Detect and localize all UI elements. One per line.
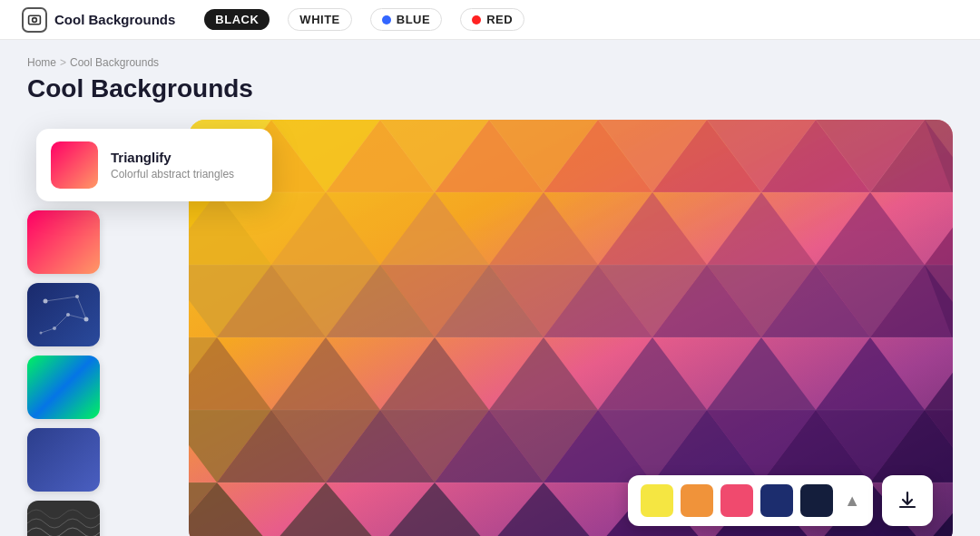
sidebar-item-gradient[interactable] — [27, 356, 100, 419]
palette-swatch-darknavy[interactable] — [800, 484, 833, 517]
active-item-subtitle: Colorful abstract triangles — [111, 168, 234, 180]
palette-triangle-icon[interactable]: ▲ — [844, 492, 860, 511]
svg-line-12 — [41, 328, 54, 333]
breadcrumb-home[interactable]: Home — [27, 56, 56, 69]
palette-card: ▲ — [628, 475, 873, 526]
svg-point-1 — [33, 17, 37, 22]
sidebar-item-solid[interactable] — [27, 428, 100, 492]
page-title: Cool Backgrounds — [27, 74, 953, 103]
navbar: Cool Backgrounds BLACK WHITE BLUE RED — [0, 0, 980, 40]
active-item-title: Trianglify — [111, 150, 234, 165]
nav-tag-blue-label: BLUE — [397, 13, 430, 26]
nav-tag-black-label: BLACK — [215, 13, 259, 26]
nav-tag-red[interactable]: RED — [460, 8, 524, 31]
svg-rect-0 — [29, 15, 41, 24]
svg-line-10 — [68, 315, 86, 319]
color-bar: ▲ — [628, 475, 933, 526]
sidebar-item-topography[interactable] — [27, 501, 100, 536]
svg-line-8 — [45, 297, 77, 301]
blue-dot — [382, 15, 391, 24]
active-item-card: Trianglify Colorful abstract triangles — [36, 129, 272, 201]
sidebar-item-trianglify[interactable] — [27, 210, 100, 274]
palette-swatch-pink[interactable] — [720, 484, 753, 517]
active-item-preview — [51, 141, 98, 189]
nav-tag-white-label: WHITE — [299, 13, 339, 26]
topography-icon — [27, 501, 100, 536]
logo-icon — [22, 7, 47, 33]
nav-tag-blue[interactable]: BLUE — [370, 8, 442, 31]
app-logo-text: Cool Backgrounds — [54, 12, 175, 27]
red-dot — [472, 15, 481, 24]
sidebar-item-constellation[interactable] — [27, 283, 100, 346]
constellation-icon — [27, 283, 100, 346]
svg-line-9 — [77, 297, 86, 319]
palette-swatch-orange[interactable] — [681, 484, 713, 517]
svg-line-11 — [54, 315, 68, 328]
app-logo[interactable]: Cool Backgrounds — [22, 7, 175, 33]
breadcrumb-sep: > — [60, 56, 66, 69]
breadcrumb: Home > Cool Backgrounds — [27, 56, 953, 69]
trianglify-background — [189, 120, 953, 536]
main-content: Home > Cool Backgrounds Cool Backgrounds… — [0, 40, 980, 536]
nav-tag-white[interactable]: WHITE — [288, 8, 351, 31]
active-item-text: Trianglify Colorful abstract triangles — [111, 150, 234, 180]
main-preview: ▲ — [189, 120, 953, 536]
sidebar-thumbs: Trianglify Colorful abstract triangles — [27, 120, 100, 536]
palette-swatch-navy[interactable] — [760, 484, 793, 517]
breadcrumb-current: Cool Backgrounds — [70, 56, 159, 69]
card-area: Trianglify Colorful abstract triangles — [27, 120, 953, 536]
nav-tag-red-label: RED — [486, 13, 513, 26]
palette-swatch-yellow[interactable] — [641, 484, 673, 517]
download-button[interactable] — [882, 475, 933, 526]
nav-tag-black[interactable]: BLACK — [204, 9, 270, 30]
